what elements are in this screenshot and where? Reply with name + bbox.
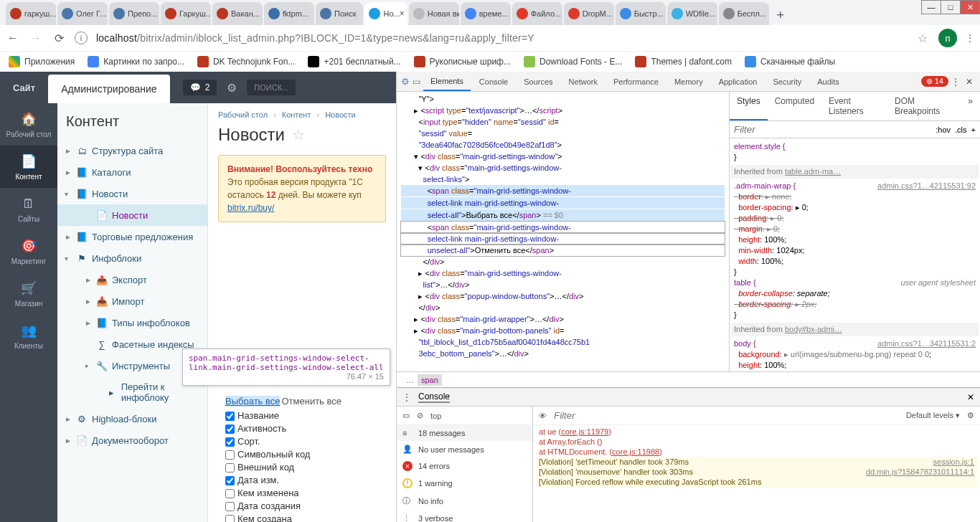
cls-toggle[interactable]: .cls <box>955 125 967 134</box>
bookmark-item[interactable]: DK Technojunk Fon... <box>197 56 296 67</box>
browser-tab[interactable]: WDfile... <box>667 2 717 25</box>
tree-item[interactable]: 📄Новости <box>57 204 207 226</box>
console-log-line[interactable]: session.js:1[Violation] 'setTimeout' han… <box>536 457 977 467</box>
clear-console-icon[interactable]: ⊘ <box>417 411 423 420</box>
column-option[interactable]: Кем изменена <box>225 487 341 500</box>
site-info-icon[interactable]: i <box>75 32 88 44</box>
console-log-line[interactable]: [Violation] Forced reflow while executin… <box>536 477 977 487</box>
settings-gear-icon[interactable]: ⚙ <box>227 81 237 95</box>
tree-item[interactable]: ►📤Экспорт <box>57 269 207 290</box>
console-filter-row[interactable]: ×14 errors <box>397 457 532 475</box>
bookmark-item[interactable]: Download Fonts - E... <box>524 56 622 67</box>
hov-toggle[interactable]: :hov <box>936 125 951 134</box>
notification-badge[interactable]: 💬2 <box>183 80 217 95</box>
browser-menu-icon[interactable]: ⋮ <box>966 33 974 43</box>
console-filter-row[interactable]: ≡18 messages <box>397 425 532 441</box>
console-log-line[interactable]: at Array.forEach () <box>536 437 977 447</box>
column-option[interactable]: Название <box>225 409 341 422</box>
browser-tab[interactable]: Но...× <box>364 2 407 25</box>
error-count-badge[interactable]: ⊗ 14 <box>921 76 948 87</box>
forward-icon[interactable]: → <box>29 32 43 44</box>
tab-admin[interactable]: Администрирование <box>48 75 170 103</box>
sidebar-toggle-icon[interactable]: ▭ <box>402 411 410 420</box>
column-option[interactable]: Активность <box>225 422 341 435</box>
add-rule-icon[interactable]: + <box>971 125 976 134</box>
devtools-tab[interactable]: Application <box>712 72 765 91</box>
new-tab-button[interactable]: + <box>771 5 791 25</box>
devtools-tab[interactable]: Network <box>562 72 605 91</box>
devtools-menu[interactable]: ⋮ <box>951 77 960 87</box>
device-icon[interactable]: ▭ <box>413 77 420 87</box>
breadcrumb-item[interactable]: Контент <box>282 110 311 119</box>
styles-filter-input[interactable] <box>734 124 931 135</box>
tree-item[interactable]: ▾📘Новости <box>57 183 207 204</box>
console-log-line[interactable]: dd.min.js?158478231011114:1[Violation] '… <box>536 467 977 477</box>
console-filter-row[interactable]: ⋮3 verbose <box>397 510 532 522</box>
devtools-close-icon[interactable]: ✕ <box>966 77 973 87</box>
console-settings-icon[interactable]: ⚙ <box>967 411 974 420</box>
devtools-tab[interactable]: Sources <box>517 72 560 91</box>
eye-icon[interactable]: 👁 <box>539 412 547 420</box>
bookmark-item[interactable]: Картинки по запро... <box>88 56 184 67</box>
styles-subtab[interactable]: Event Listeners <box>821 92 887 120</box>
inspect-icon[interactable]: ⯐ <box>401 77 410 87</box>
console-filter-row[interactable]: ⓘNo info <box>397 492 532 510</box>
column-option[interactable]: Сорт. <box>225 435 341 448</box>
console-close-icon[interactable]: ✕ <box>967 392 974 402</box>
select-all-link[interactable]: Выбрать все <box>225 396 280 407</box>
tree-item[interactable]: ►📘Типы инфоблоков <box>57 312 207 333</box>
browser-tab[interactable]: гаркуш... <box>6 2 56 25</box>
browser-tab[interactable]: Быстр... <box>616 2 666 25</box>
tree-item[interactable]: ►📥Импорт <box>57 290 207 312</box>
elements-tree[interactable]: "Y"> ▸ <script type="text/javascript">…<… <box>397 92 729 371</box>
console-log-line[interactable]: at HTMLDocument. (core.js:11988) <box>536 447 977 457</box>
rail-item[interactable]: 🛒Магазин <box>0 272 57 315</box>
tree-item[interactable]: ▾⚑Инфоблоки <box>57 247 207 269</box>
back-icon[interactable]: ← <box>6 32 20 44</box>
devtools-tab[interactable]: Memory <box>667 72 710 91</box>
rail-item[interactable]: 🏠Рабочий стол <box>0 103 57 146</box>
bookmark-item[interactable]: +201 бесплатный... <box>308 56 400 67</box>
buy-link[interactable]: bitrix.ru/buy/ <box>227 203 274 213</box>
devtools-tab[interactable]: Elements <box>423 72 471 91</box>
browser-tab[interactable]: Поиск <box>316 2 363 25</box>
styles-subtab[interactable]: DOM Breakpoints <box>887 92 961 120</box>
tree-item[interactable]: ►⚙Highload-блоки <box>57 408 207 430</box>
devtools-tab[interactable]: Audits <box>810 72 847 91</box>
elements-breadcrumb[interactable]: …span <box>397 371 980 387</box>
browser-tab[interactable]: DropM... <box>564 2 614 25</box>
browser-tab[interactable]: fktpm... <box>264 2 314 25</box>
styles-subtab[interactable]: Computed <box>768 92 821 120</box>
rail-item[interactable]: 📄Контент <box>0 146 57 188</box>
window-maximize[interactable]: □ <box>941 0 961 14</box>
console-filter-row[interactable]: !1 warning <box>397 475 532 492</box>
levels-select[interactable]: Default levels ▾ <box>906 411 960 420</box>
devtools-tab[interactable]: Security <box>765 72 809 91</box>
browser-tab[interactable]: време... <box>461 2 511 25</box>
tab-site[interactable]: Сайт <box>0 72 48 103</box>
tree-item[interactable]: ►📄Документооборот <box>57 430 207 451</box>
window-close[interactable]: ✕ <box>960 0 980 14</box>
console-tab[interactable]: Console <box>418 392 450 403</box>
devtools-tab[interactable]: Console <box>472 72 515 91</box>
favorite-star-icon[interactable]: ☆ <box>292 126 305 143</box>
breadcrumb-item[interactable]: Новости <box>325 110 356 119</box>
browser-tab[interactable]: Беспл... <box>719 2 769 25</box>
browser-tab[interactable]: Файло... <box>512 2 562 25</box>
column-option[interactable]: Дата изм. <box>225 474 341 487</box>
rail-item[interactable]: 👥Клиенты <box>0 315 57 357</box>
rail-item[interactable]: 🗓Сайты <box>0 188 57 230</box>
console-filter-row[interactable]: 👤No user messages <box>397 441 532 457</box>
unselect-all-link[interactable]: Отменить все <box>281 396 341 407</box>
column-option[interactable]: Кем создана <box>225 513 341 522</box>
profile-avatar[interactable]: п <box>938 29 957 47</box>
styles-body[interactable]: element.style { } Inherited from table.a… <box>730 138 980 371</box>
styles-subtab[interactable]: Styles <box>730 92 768 120</box>
console-log[interactable]: at ue (core.js:11979) at Array.forEach (… <box>533 425 980 522</box>
tree-item[interactable]: ►📘Каталоги <box>57 161 207 183</box>
devtools-tab[interactable]: Performance <box>606 72 666 91</box>
bookmark-item[interactable]: Рукописные шриф... <box>414 56 511 67</box>
apps-shortcut[interactable]: Приложения <box>9 56 75 67</box>
context-select[interactable]: top <box>430 412 441 420</box>
reload-icon[interactable]: ⟳ <box>52 32 66 45</box>
